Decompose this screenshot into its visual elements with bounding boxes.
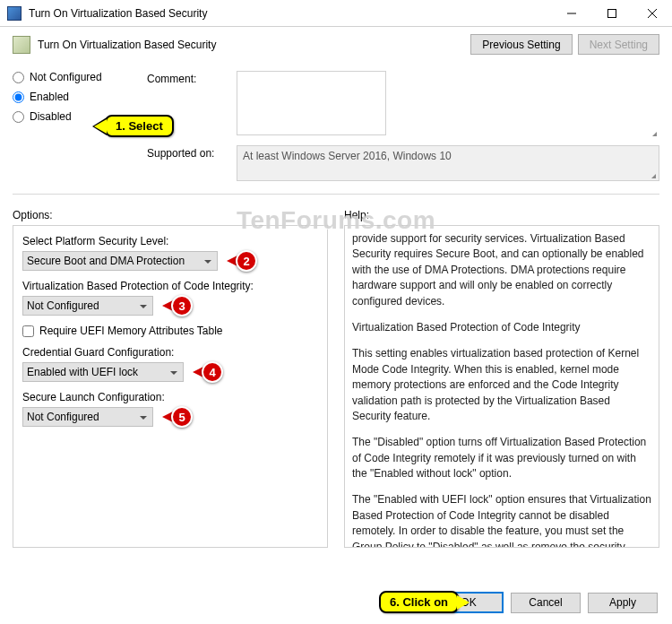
platform-security-label: Select Platform Security Level:: [22, 235, 318, 247]
radio-not-configured-input[interactable]: [13, 72, 24, 83]
vbp-label: Virtualization Based Protection of Code …: [22, 280, 318, 292]
page-title: Turn On Virtualization Based Security: [38, 39, 465, 51]
divider: [13, 194, 659, 195]
next-setting-button[interactable]: Next Setting: [578, 34, 659, 55]
comment-textarea[interactable]: [237, 71, 386, 135]
help-paragraph: Virtualization Based Protection of Code …: [352, 320, 651, 335]
annotation-badge-4: 4: [202, 361, 223, 383]
maximize-button[interactable]: [591, 0, 632, 27]
annotation-callout-6: 6. Click on: [379, 591, 459, 613]
annotation-callout-1: 1. Select: [105, 115, 174, 137]
help-label: Help:: [344, 209, 659, 221]
policy-icon: [13, 36, 30, 54]
supported-on-text: At least Windows Server 2016, Windows 10: [237, 145, 659, 181]
vbp-combo[interactable]: Not Configured: [22, 296, 153, 316]
resize-grip-icon: [652, 132, 657, 136]
uefi-checkbox-label: Require UEFI Memory Attributes Table: [39, 325, 223, 337]
help-paragraph: The "Disabled" option turns off Virtuali…: [352, 435, 651, 481]
annotation-badge-2: 2: [236, 250, 257, 272]
minimize-button[interactable]: [551, 0, 591, 27]
radio-not-configured-label: Not Configured: [30, 71, 102, 83]
uefi-checkbox[interactable]: [22, 325, 34, 337]
svg-rect-1: [607, 9, 616, 17]
apply-button[interactable]: Apply: [588, 593, 658, 613]
options-panel: Select Platform Security Level: Secure B…: [13, 225, 328, 548]
help-panel[interactable]: provide support for security services. V…: [344, 225, 659, 548]
resize-grip-icon: [651, 174, 656, 178]
annotation-badge-3: 3: [171, 295, 193, 316]
window-icon: [7, 6, 22, 21]
radio-disabled-label: Disabled: [30, 110, 72, 123]
cancel-button[interactable]: Cancel: [511, 593, 581, 613]
options-label: Options:: [13, 209, 328, 221]
previous-setting-button[interactable]: Previous Setting: [470, 34, 572, 55]
radio-enabled-input[interactable]: [13, 91, 24, 103]
annotation-badge-5: 5: [171, 406, 193, 428]
uefi-checkbox-row[interactable]: Require UEFI Memory Attributes Table: [22, 325, 318, 337]
credguard-label: Credential Guard Configuration:: [22, 346, 318, 359]
radio-enabled-label: Enabled: [30, 91, 69, 103]
help-paragraph: The "Enabled with UEFI lock" option ensu…: [352, 492, 651, 548]
titlebar: Turn On Virtualization Based Security: [0, 0, 672, 27]
securelaunch-combo[interactable]: Not Configured: [22, 407, 153, 427]
help-paragraph: This setting enables virtualization base…: [352, 346, 651, 424]
radio-disabled-input[interactable]: [13, 111, 24, 123]
radio-enabled[interactable]: Enabled: [13, 91, 147, 103]
help-paragraph: provide support for security services. V…: [352, 231, 651, 309]
securelaunch-label: Secure Launch Configuration:: [22, 391, 318, 403]
platform-security-combo[interactable]: Secure Boot and DMA Protection: [22, 251, 218, 271]
radio-not-configured[interactable]: Not Configured: [13, 71, 147, 83]
close-button[interactable]: [632, 0, 672, 27]
supported-on-label: Supported on:: [147, 145, 237, 181]
window-title: Turn On Virtualization Based Security: [29, 7, 551, 20]
credguard-combo[interactable]: Enabled with UEFI lock: [22, 362, 184, 382]
